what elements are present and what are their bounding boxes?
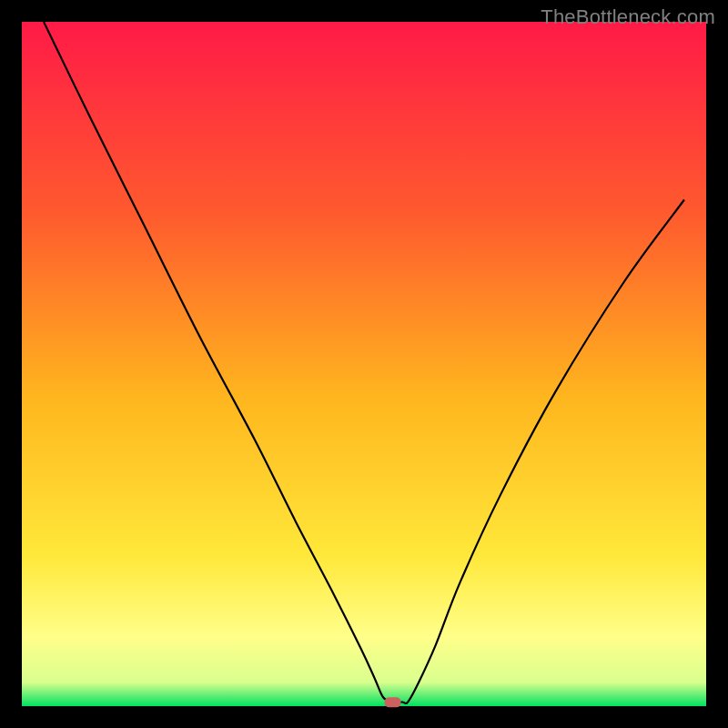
- plot-background: [22, 22, 706, 706]
- plot-frame-bottom: [0, 706, 728, 728]
- plot-frame-right: [706, 0, 728, 728]
- optimal-marker: [385, 697, 401, 707]
- chart-container: TheBottleneck.com: [0, 0, 728, 728]
- bottleneck-chart: [0, 0, 728, 728]
- plot-frame-left: [0, 0, 22, 728]
- watermark-text: TheBottleneck.com: [541, 5, 715, 29]
